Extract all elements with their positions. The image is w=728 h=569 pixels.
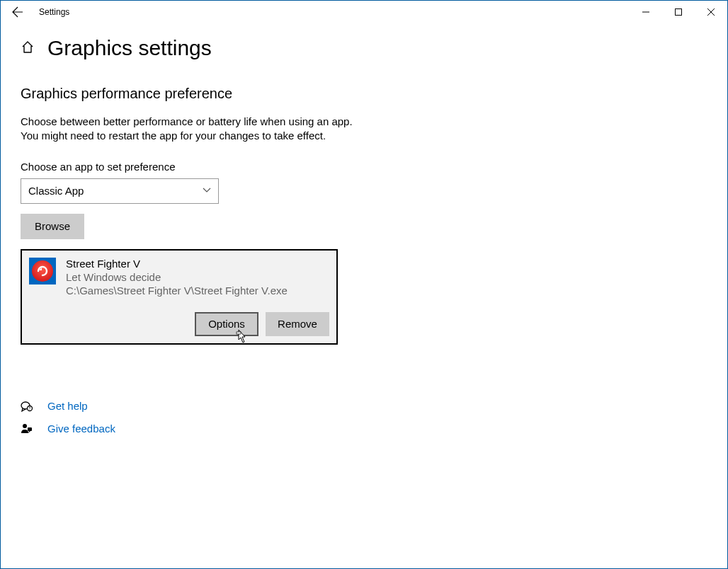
get-help-link: Get help <box>47 400 88 412</box>
feedback-icon <box>21 423 33 435</box>
content-area: Graphics settings Graphics performance p… <box>1 23 727 568</box>
options-button[interactable]: Options <box>195 312 258 336</box>
app-name: Street Fighter V <box>66 258 288 270</box>
remove-button[interactable]: Remove <box>266 312 329 336</box>
svg-rect-0 <box>676 9 682 16</box>
section-heading: Graphics performance preference <box>21 86 707 102</box>
options-button-label: Options <box>208 318 245 330</box>
close-button[interactable] <box>695 1 727 23</box>
browse-button-label: Browse <box>35 220 70 232</box>
remove-button-label: Remove <box>278 318 317 330</box>
minimize-icon <box>642 8 649 16</box>
app-icon-inner <box>32 260 53 282</box>
app-card-top: Street Fighter V Let Windows decide C:\G… <box>29 258 329 297</box>
maximize-icon <box>675 8 682 16</box>
app-card-buttons: Options Remove <box>29 312 329 336</box>
bottom-links: ? Get help Give feedback <box>21 400 707 435</box>
titlebar: Settings <box>1 1 727 23</box>
svg-text:?: ? <box>29 406 31 410</box>
maximize-button[interactable] <box>662 1 695 23</box>
give-feedback-link: Give feedback <box>47 423 115 435</box>
page-header: Graphics settings <box>21 36 707 60</box>
app-type-select[interactable]: Classic App <box>21 178 219 204</box>
browse-button[interactable]: Browse <box>21 214 84 239</box>
window-title: Settings <box>39 7 69 17</box>
minimize-button[interactable] <box>630 1 662 23</box>
back-button[interactable] <box>1 1 35 23</box>
chevron-down-icon <box>203 185 211 197</box>
arrow-left-icon <box>12 6 23 18</box>
app-type-value: Classic App <box>28 185 84 197</box>
close-icon <box>707 8 715 16</box>
get-help-row[interactable]: ? Get help <box>21 400 707 413</box>
section-description: Choose between better performance or bat… <box>21 115 707 144</box>
home-icon[interactable] <box>21 40 35 57</box>
help-icon: ? <box>21 400 33 413</box>
svg-rect-5 <box>28 427 32 431</box>
window-controls <box>630 1 727 23</box>
app-preference: Let Windows decide <box>66 271 288 283</box>
give-feedback-row[interactable]: Give feedback <box>21 423 707 435</box>
app-card[interactable]: Street Fighter V Let Windows decide C:\G… <box>21 249 338 345</box>
app-meta: Street Fighter V Let Windows decide C:\G… <box>66 258 288 297</box>
description-line-2: You might need to restart the app for yo… <box>21 129 707 143</box>
app-icon <box>29 258 56 284</box>
app-type-label: Choose an app to set preference <box>21 161 707 173</box>
page-title: Graphics settings <box>47 36 212 60</box>
description-line-1: Choose between better performance or bat… <box>21 115 707 129</box>
svg-point-4 <box>23 424 27 428</box>
app-path: C:\Games\Street Fighter V\Street Fighter… <box>66 284 288 297</box>
settings-window: Settings Graphics settings Graphics perf… <box>0 0 728 569</box>
